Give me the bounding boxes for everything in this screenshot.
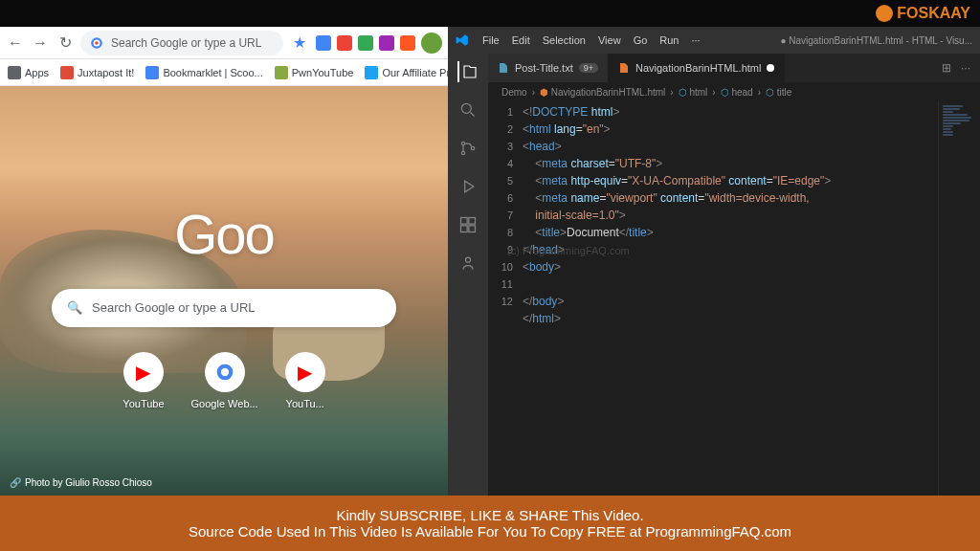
code-lines[interactable]: <!DOCTYPE html> <html lang="en"> <head> …: [523, 101, 938, 496]
bookmark-item[interactable]: Juxtapost It!: [60, 66, 134, 79]
modified-indicator: [767, 64, 774, 72]
activity-bar: [448, 54, 488, 496]
svg-point-2: [95, 41, 99, 45]
extension-icon[interactable]: [316, 35, 331, 51]
menu-item[interactable]: Run: [659, 34, 679, 46]
video-banner: Kindly SUBSCRIBE, LIKE & SHARE This Vide…: [0, 496, 980, 551]
bookmark-label: Bookmarklet | Scoo...: [163, 67, 262, 78]
menu-item[interactable]: Selection: [543, 34, 586, 46]
bookmark-icon: [365, 66, 378, 79]
bookmark-item[interactable]: Bookmarklet | Scoo...: [145, 66, 262, 79]
banner-line2: Source Code Used In This Video Is Availa…: [6, 523, 974, 540]
photo-credit[interactable]: 🔗 Photo by Giulio Rosso Chioso: [10, 477, 152, 488]
forward-button[interactable]: →: [31, 33, 50, 53]
svg-point-13: [466, 257, 471, 262]
watermark: (c) ProgrammingFAQ.com: [507, 245, 630, 256]
shortcut-icon: [205, 352, 245, 392]
bookmark-item[interactable]: Apps: [8, 66, 49, 79]
shortcut-label: Google Web...: [191, 398, 258, 409]
menu-item[interactable]: Edit: [512, 34, 530, 46]
google-icon: [90, 36, 103, 50]
svg-rect-12: [469, 226, 476, 232]
extensions-icon[interactable]: [457, 214, 479, 235]
split-icon[interactable]: ⊞: [942, 61, 951, 75]
shortcuts-row: ▶YouTubeGoogle Web...▶YouTu...: [122, 352, 324, 409]
bookmark-icon: [60, 66, 74, 79]
address-bar[interactable]: Search Google or type a URL: [80, 31, 283, 55]
shortcut-label: YouTube: [122, 398, 164, 409]
source-control-icon[interactable]: [457, 138, 479, 159]
svg-point-5: [461, 103, 471, 113]
breadcrumb-item[interactable]: ⬡ html: [679, 87, 708, 98]
back-button[interactable]: ←: [6, 33, 25, 53]
file-icon: [618, 62, 630, 74]
bookmark-item[interactable]: PwnYouTube: [275, 66, 354, 79]
logo-text: FOSKAAY: [897, 5, 970, 22]
omnibox-placeholder: Search Google or type a URL: [111, 36, 261, 50]
chrome-new-tab: Goo 🔍 Search Google or type a URL ▶YouTu…: [0, 86, 448, 496]
editor-tab[interactable]: Post-Title.txt9+: [488, 54, 609, 82]
reload-button[interactable]: ↻: [56, 33, 75, 53]
extension-icon[interactable]: [358, 35, 373, 51]
profile-avatar[interactable]: [421, 33, 442, 54]
search-icon: 🔍: [67, 300, 82, 315]
svg-point-6: [461, 142, 464, 144]
breadcrumb-item[interactable]: ⬡ head: [721, 87, 753, 98]
chrome-window: ← → ↻ Search Google or type a URL ★ Apps…: [0, 27, 448, 496]
google-logo: Goo: [174, 202, 274, 266]
breadcrumb-item[interactable]: ⬢ NavigationBarinHTML.html: [540, 87, 665, 98]
minimap[interactable]: [938, 101, 980, 496]
svg-point-7: [461, 151, 464, 154]
editor-tabs: Post-Title.txt9+NavigationBarinHTML.html…: [488, 54, 980, 82]
bookmark-icon: [275, 66, 288, 79]
extension-icon[interactable]: [379, 35, 394, 51]
svg-point-8: [471, 146, 474, 149]
brand-logo: FOSKAAY: [876, 5, 970, 22]
window-title: ● NavigationBarinHTML.html - HTML - Visu…: [780, 35, 972, 46]
vscode-body: Post-Title.txt9+NavigationBarinHTML.html…: [448, 54, 980, 496]
banner-line1: Kindly SUBSCRIBE, LIKE & SHARE This Vide…: [6, 507, 974, 523]
debug-icon[interactable]: [457, 176, 479, 197]
search-input[interactable]: 🔍 Search Google or type a URL: [52, 289, 396, 327]
menu-item[interactable]: ···: [692, 34, 701, 46]
shortcut-icon: ▶: [285, 352, 325, 392]
shortcut-label: YouTu...: [286, 398, 324, 409]
video-top-strip: FOSKAAY: [0, 0, 980, 27]
bookmark-icon: [145, 66, 159, 79]
menu-item[interactable]: Go: [634, 34, 648, 46]
tab-label: NavigationBarinHTML.html: [635, 62, 761, 74]
shortcut-icon: ▶: [123, 352, 164, 392]
bookmark-label: PwnYouTube: [292, 67, 354, 78]
logo-icon: [876, 5, 893, 22]
search-icon[interactable]: [457, 99, 479, 121]
extension-icon[interactable]: [337, 35, 352, 51]
breadcrumb[interactable]: Demo›⬢ NavigationBarinHTML.html›⬡ html›⬡…: [488, 82, 980, 101]
svg-rect-10: [469, 218, 476, 225]
search-placeholder: Search Google or type a URL: [92, 300, 256, 315]
breadcrumb-item[interactable]: Demo: [501, 87, 527, 98]
vscode-window: FileEditSelectionViewGoRun··· ● Navigati…: [448, 27, 980, 496]
menu-item[interactable]: File: [482, 34, 500, 46]
explorer-icon[interactable]: [457, 61, 479, 82]
main-split: ← → ↻ Search Google or type a URL ★ Apps…: [0, 27, 980, 496]
shortcut-item[interactable]: ▶YouTube: [122, 352, 164, 409]
shortcut-item[interactable]: ▶YouTu...: [285, 352, 325, 409]
svg-rect-9: [461, 218, 468, 225]
link-icon: 🔗: [10, 477, 21, 488]
breadcrumb-item[interactable]: ⬡ title: [766, 87, 791, 98]
extension-icon[interactable]: [400, 35, 415, 51]
menu-item[interactable]: View: [598, 34, 621, 46]
bookmark-star-icon[interactable]: ★: [293, 33, 306, 52]
bookmarks-bar: AppsJuxtapost It!Bookmarklet | Scoo...Pw…: [0, 59, 448, 86]
file-icon: [498, 62, 509, 74]
vscode-icon: [456, 33, 469, 47]
tab-badge: 9+: [579, 63, 598, 73]
shortcut-item[interactable]: Google Web...: [191, 352, 258, 409]
tab-label: Post-Title.txt: [515, 62, 573, 74]
svg-point-4: [220, 367, 228, 375]
editor-tab[interactable]: NavigationBarinHTML.html: [609, 54, 785, 82]
more-icon[interactable]: ···: [961, 61, 970, 75]
live-share-icon[interactable]: [457, 253, 479, 274]
code-editor[interactable]: 123456789101112 <!DOCTYPE html> <html la…: [488, 101, 980, 496]
line-gutter: 123456789101112: [488, 101, 523, 496]
